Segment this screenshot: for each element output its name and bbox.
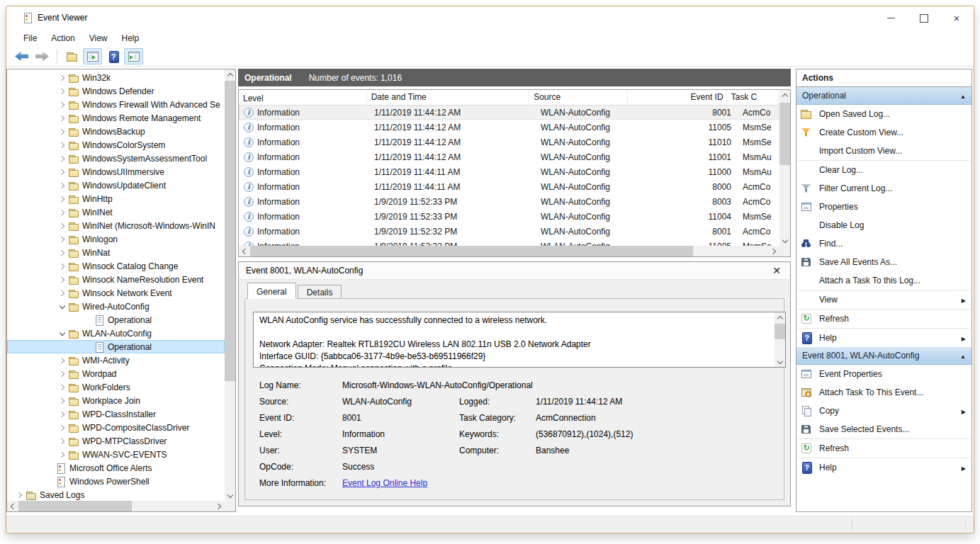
expand-chevron[interactable] bbox=[57, 140, 68, 151]
list-vertical-scrollbar[interactable] bbox=[779, 90, 790, 246]
menu-action[interactable]: Action bbox=[44, 30, 81, 46]
maximize-button[interactable] bbox=[908, 6, 940, 30]
tree-item[interactable]: WPD-MTPClassDriver bbox=[7, 434, 225, 448]
tree-item[interactable]: Winsock NameResolution Event bbox=[7, 273, 225, 286]
help-button[interactable] bbox=[103, 48, 123, 64]
tree-item[interactable]: Windows PowerShell bbox=[7, 475, 225, 488]
tab-details[interactable]: Details bbox=[298, 285, 342, 299]
expand-chevron[interactable] bbox=[57, 234, 68, 245]
action-item[interactable]: Create Custom View... bbox=[796, 123, 971, 142]
close-button[interactable]: × bbox=[940, 6, 973, 30]
tree-item[interactable]: Operational bbox=[7, 313, 225, 327]
event-row[interactable]: Information1/11/2019 11:44:12 AMWLAN-Aut… bbox=[239, 120, 779, 135]
action-item[interactable]: Save Selected Events... bbox=[796, 420, 971, 438]
tree-item[interactable]: Windows Firewall With Advanced Se bbox=[7, 98, 225, 111]
scroll-down-button[interactable] bbox=[779, 235, 790, 246]
expand-chevron[interactable] bbox=[57, 288, 68, 299]
event-row[interactable]: Information1/11/2019 11:44:11 AMWLAN-Aut… bbox=[239, 179, 779, 194]
tree-item[interactable]: WorkFolders bbox=[7, 380, 225, 394]
tree-item[interactable]: Wired-AutoConfig bbox=[7, 300, 225, 313]
action-item[interactable]: Import Custom View... bbox=[796, 142, 971, 160]
tree-item[interactable]: WinINet (Microsoft-Windows-WinIN bbox=[7, 219, 225, 232]
show-hide-console-tree-button[interactable] bbox=[83, 48, 102, 64]
tree-item[interactable]: WWAN-SVC-EVENTS bbox=[7, 448, 225, 461]
show-hide-action-pane-button[interactable] bbox=[124, 48, 143, 64]
expand-chevron[interactable] bbox=[57, 207, 68, 218]
action-item[interactable]: Properties bbox=[796, 198, 971, 216]
expand-chevron[interactable] bbox=[14, 489, 26, 501]
event-row[interactable]: Information1/11/2019 11:44:12 AMWLAN-Aut… bbox=[239, 105, 779, 120]
expand-chevron[interactable] bbox=[57, 449, 68, 460]
tree-item[interactable]: Wordpad bbox=[7, 367, 225, 380]
action-section-header[interactable]: Operational bbox=[796, 87, 971, 105]
menu-help[interactable]: Help bbox=[115, 30, 147, 46]
expand-chevron[interactable] bbox=[57, 355, 68, 366]
tree-item[interactable]: Win32k bbox=[7, 71, 225, 84]
tree-item[interactable]: WindowsBackup bbox=[7, 125, 225, 138]
tree-item[interactable]: WindowsSystemAssessmentTool bbox=[7, 152, 225, 165]
action-item[interactable]: Refresh bbox=[796, 439, 971, 458]
expand-chevron[interactable] bbox=[57, 166, 68, 178]
tree-item[interactable]: WMI-Activity bbox=[7, 353, 225, 367]
column-header-task-c[interactable]: Task C bbox=[727, 90, 779, 105]
action-item[interactable]: Copy bbox=[796, 402, 971, 420]
scrollbar-thumb[interactable] bbox=[775, 324, 785, 339]
scroll-up-button[interactable] bbox=[225, 69, 235, 80]
scroll-down-button[interactable] bbox=[775, 356, 785, 367]
action-item[interactable]: View bbox=[796, 290, 971, 309]
menu-view[interactable]: View bbox=[82, 30, 115, 46]
expand-chevron[interactable] bbox=[57, 382, 68, 393]
tree-item[interactable]: WPD-CompositeClassDriver bbox=[7, 421, 225, 434]
forward-button[interactable] bbox=[33, 48, 52, 64]
event-row[interactable]: Information1/11/2019 11:44:12 AMWLAN-Aut… bbox=[239, 149, 779, 164]
expand-chevron[interactable] bbox=[57, 180, 68, 191]
scroll-up-button[interactable] bbox=[775, 312, 785, 323]
expand-chevron[interactable] bbox=[57, 99, 68, 110]
menu-file[interactable]: File bbox=[16, 30, 44, 46]
tab-general[interactable]: General bbox=[247, 283, 296, 299]
action-item[interactable]: Refresh bbox=[796, 310, 971, 328]
scrollbar-thumb[interactable] bbox=[18, 501, 132, 511]
tree-item[interactable]: Operational bbox=[7, 340, 225, 353]
event-row[interactable]: Information1/9/2019 11:52:33 PMWLAN-Auto… bbox=[239, 209, 779, 224]
expand-chevron[interactable] bbox=[57, 193, 68, 205]
action-item[interactable]: Find... bbox=[796, 234, 971, 253]
expand-chevron[interactable] bbox=[57, 220, 68, 232]
tree-vertical-scrollbar[interactable] bbox=[225, 69, 235, 501]
scroll-up-button[interactable] bbox=[779, 90, 790, 101]
scroll-right-button[interactable] bbox=[214, 501, 225, 511]
tree-item[interactable]: Microsoft Office Alerts bbox=[7, 461, 225, 475]
tree-item[interactable]: WinNat bbox=[7, 246, 225, 259]
expand-chevron[interactable] bbox=[57, 113, 68, 124]
tree-item[interactable]: WindowsColorSystem bbox=[7, 138, 225, 152]
action-item[interactable]: Event Properties bbox=[796, 365, 971, 383]
details-close-button[interactable]: ✕ bbox=[770, 264, 783, 277]
action-item[interactable]: Help bbox=[796, 329, 971, 347]
expand-chevron[interactable] bbox=[57, 368, 68, 380]
action-item[interactable]: Filter Current Log... bbox=[796, 179, 971, 198]
tree-item[interactable]: WPD-ClassInstaller bbox=[7, 407, 225, 421]
tree-item[interactable]: Winsock Catalog Change bbox=[7, 259, 225, 273]
tree-item[interactable]: Windows Defender bbox=[7, 84, 225, 98]
message-vertical-scrollbar[interactable] bbox=[775, 312, 785, 367]
tree-item[interactable]: Winsock Network Event bbox=[7, 286, 225, 300]
scrollbar-thumb[interactable] bbox=[225, 81, 235, 381]
column-header-event-id[interactable]: Event ID bbox=[628, 90, 727, 105]
tree-horizontal-scrollbar[interactable] bbox=[7, 501, 225, 511]
expand-chevron[interactable] bbox=[57, 422, 68, 434]
column-header-source[interactable]: Source bbox=[529, 90, 628, 105]
scrollbar-thumb[interactable] bbox=[250, 246, 693, 256]
tree-item[interactable]: WindowsUIImmersive bbox=[7, 165, 225, 178]
action-item[interactable]: Help bbox=[796, 458, 971, 477]
tree-item[interactable]: Windows Remote Management bbox=[7, 111, 225, 125]
expand-chevron[interactable] bbox=[57, 261, 68, 272]
action-item[interactable]: Disable Log bbox=[796, 216, 971, 234]
expand-chevron[interactable] bbox=[57, 126, 68, 137]
list-horizontal-scrollbar[interactable] bbox=[239, 246, 779, 256]
scroll-left-button[interactable] bbox=[7, 501, 18, 511]
tree-item[interactable]: WinHttp bbox=[7, 192, 225, 205]
tree-item[interactable]: Workplace Join bbox=[7, 394, 225, 407]
action-item[interactable]: Attach Task To This Event... bbox=[796, 383, 971, 402]
expand-chevron[interactable] bbox=[57, 72, 68, 84]
expand-chevron[interactable] bbox=[57, 395, 68, 407]
